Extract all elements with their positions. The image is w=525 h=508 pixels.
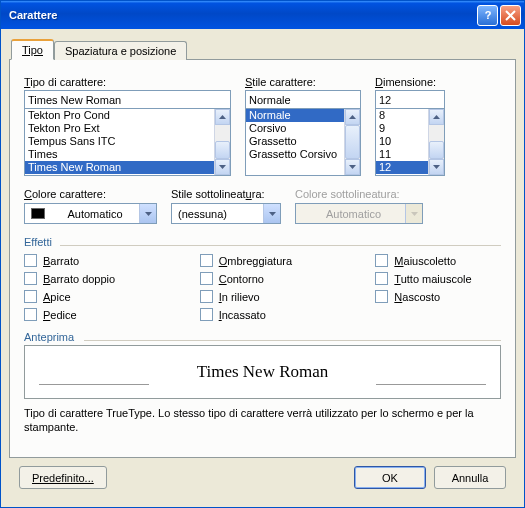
size-list[interactable]: 89101112 — [376, 109, 428, 175]
tab-panel: Tipo di carattere: Tekton Pro CondTekton… — [9, 59, 516, 458]
underline-style-combo[interactable]: (nessuna) — [171, 203, 281, 224]
checkbox-label: Tutto maiuscole — [394, 273, 471, 285]
tab-spacing[interactable]: Spaziatura e posizione — [54, 41, 187, 60]
checkbox-label: Contorno — [219, 273, 264, 285]
chevron-down-icon — [263, 204, 280, 223]
font-list[interactable]: Tekton Pro CondTekton Pro ExtTempus Sans… — [25, 109, 214, 175]
checkbox-smallcaps[interactable]: Maiuscoletto — [375, 254, 501, 267]
list-item[interactable]: 8 — [376, 109, 428, 122]
checkbox-dstrike[interactable]: Barrato doppio — [24, 272, 150, 285]
checkbox-label: Barrato — [43, 255, 79, 267]
checkbox-sub[interactable]: Pedice — [24, 308, 150, 321]
checkbox-shadow[interactable]: Ombreggiatura — [200, 254, 326, 267]
window-title: Carattere — [9, 9, 477, 21]
titlebar[interactable]: Carattere ? — [1, 1, 524, 29]
font-label: Tipo di carattere: — [24, 76, 231, 88]
list-item[interactable]: Tempus Sans ITC — [25, 135, 214, 148]
size-input[interactable] — [375, 90, 445, 109]
list-item[interactable]: Tekton Pro Ext — [25, 122, 214, 135]
checkbox-engrave[interactable]: Incassato — [200, 308, 326, 321]
underline-label: Stile sottolineatura: — [171, 188, 281, 200]
list-item[interactable]: Tekton Pro Cond — [25, 109, 214, 122]
checkbox-icon — [24, 272, 37, 285]
svg-text:?: ? — [484, 9, 491, 21]
font-input[interactable] — [24, 90, 231, 109]
checkbox-label: Incassato — [219, 309, 266, 321]
cancel-button[interactable]: Annulla — [434, 466, 506, 489]
chevron-down-icon — [139, 204, 156, 223]
tab-strip: Tipo Spaziatura e posizione — [9, 37, 516, 59]
list-item[interactable]: Grassetto Corsivo — [246, 148, 344, 161]
list-item[interactable]: Times New Roman — [25, 161, 214, 174]
chevron-down-icon — [405, 204, 422, 223]
checkbox-emboss[interactable]: In rilievo — [200, 290, 326, 303]
checkbox-icon — [24, 290, 37, 303]
color-label: Colore carattere: — [24, 188, 157, 200]
scroll-down-icon[interactable] — [429, 159, 444, 175]
checkbox-outline[interactable]: Contorno — [200, 272, 326, 285]
checkbox-icon — [24, 254, 37, 267]
scroll-up-icon[interactable] — [215, 109, 230, 125]
checkbox-strike[interactable]: Barrato — [24, 254, 150, 267]
checkbox-label: Maiuscoletto — [394, 255, 456, 267]
checkbox-icon — [200, 254, 213, 267]
size-label: Dimensione: — [375, 76, 445, 88]
list-item[interactable]: 12 — [376, 161, 428, 174]
font-color-combo[interactable]: Automatico — [24, 203, 157, 224]
list-item[interactable]: 9 — [376, 122, 428, 135]
preview-box: Times New Roman — [24, 345, 501, 399]
default-button[interactable]: Predefinito... — [19, 466, 107, 489]
help-button[interactable]: ? — [477, 5, 498, 26]
checkbox-icon — [375, 272, 388, 285]
font-scrollbar[interactable] — [214, 109, 230, 175]
checkbox-hidden[interactable]: Nascosto — [375, 290, 501, 303]
scroll-up-icon[interactable] — [345, 109, 360, 125]
tab-type[interactable]: Tipo — [11, 39, 54, 60]
checkbox-label: Apice — [43, 291, 71, 303]
checkbox-label: Ombreggiatura — [219, 255, 292, 267]
list-item[interactable]: Grassetto — [246, 135, 344, 148]
ok-button[interactable]: OK — [354, 466, 426, 489]
character-dialog: Carattere ? Tipo Spaziatura e posizione … — [0, 0, 525, 508]
style-list[interactable]: NormaleCorsivoGrassettoGrassetto Corsivo — [246, 109, 344, 175]
scroll-down-icon[interactable] — [215, 159, 230, 175]
checkbox-label: Nascosto — [394, 291, 440, 303]
close-button[interactable] — [500, 5, 521, 26]
checkbox-icon — [200, 272, 213, 285]
checkbox-label: Barrato doppio — [43, 273, 115, 285]
preview-group-label: Anteprima — [24, 331, 501, 343]
style-scrollbar[interactable] — [344, 109, 360, 175]
checkbox-icon — [24, 308, 37, 321]
checkbox-icon — [200, 308, 213, 321]
size-scrollbar[interactable] — [428, 109, 444, 175]
scroll-up-icon[interactable] — [429, 109, 444, 125]
style-label: Stile carattere: — [245, 76, 361, 88]
preview-text: Times New Roman — [197, 362, 329, 382]
style-input[interactable] — [245, 90, 361, 109]
checkbox-super[interactable]: Apice — [24, 290, 150, 303]
color-chip-icon — [31, 208, 45, 219]
checkbox-label: In rilievo — [219, 291, 260, 303]
list-item[interactable]: 10 — [376, 135, 428, 148]
underline-color-combo: Automatico — [295, 203, 423, 224]
checkbox-icon — [375, 254, 388, 267]
scroll-down-icon[interactable] — [345, 159, 360, 175]
checkbox-allcaps[interactable]: Tutto maiuscole — [375, 272, 501, 285]
list-item[interactable]: Corsivo — [246, 122, 344, 135]
list-item[interactable]: 11 — [376, 148, 428, 161]
checkbox-icon — [375, 290, 388, 303]
checkbox-label: Pedice — [43, 309, 77, 321]
underline-color-label: Colore sottolineatura: — [295, 188, 423, 200]
checkbox-icon — [200, 290, 213, 303]
effects-group-label: Effetti — [24, 236, 501, 248]
list-item[interactable]: Normale — [246, 109, 344, 122]
font-description: Tipo di carattere TrueType. Lo stesso ti… — [24, 407, 501, 435]
list-item[interactable]: Times — [25, 148, 214, 161]
